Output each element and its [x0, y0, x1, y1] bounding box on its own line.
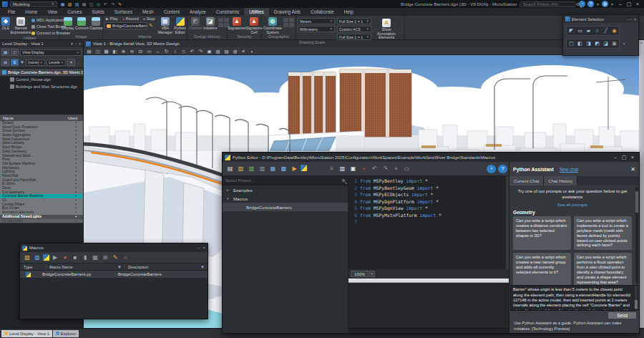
display-button[interactable]: Display [62, 16, 74, 31]
paste-icon[interactable]: ▥ [338, 165, 347, 173]
saved-views-icon[interactable]: ◍ [231, 48, 239, 54]
record-macro-button[interactable]: ●Record [121, 16, 140, 21]
workspace-icon[interactable]: ▦ [59, 1, 66, 7]
ribbon-tab[interactable]: Collaborate [306, 8, 339, 16]
ribbon-tab[interactable]: View [42, 8, 62, 16]
redo-icon[interactable]: ↷ [109, 1, 116, 7]
level-row[interactable]: 3d Geometry• [0, 219, 83, 223]
level-list-icon[interactable]: ≡ [11, 59, 19, 66]
view-properties-icon[interactable]: ◐ [248, 48, 256, 54]
undo-view-icon[interactable]: ↶ [188, 48, 196, 54]
assistant-tab[interactable]: Chat History [544, 176, 577, 185]
sync-status-icon[interactable]: ◍ [602, 1, 608, 7]
history-tool-icon[interactable] [218, 18, 223, 22]
subtract-selection-icon[interactable]: ◨ [585, 40, 592, 47]
rotate-view-icon[interactable]: ↻ [162, 48, 170, 54]
render-mode-icon[interactable]: ◧ [111, 48, 119, 54]
assistant-scrollbar[interactable] [635, 187, 638, 284]
capture-button[interactable]: Capture [89, 16, 102, 31]
tree-item[interactable]: Bridge Concrete Barriers.dgn, 3D Metric … [0, 69, 83, 76]
macro-select[interactable]: BridgeConcreteBarrie▼ [104, 22, 147, 29]
shape-select-icon[interactable]: ▰ [585, 27, 592, 34]
change-level-icon[interactable]: ▤ [1, 59, 9, 66]
units-select[interactable]: Meters▼ [298, 18, 335, 24]
view-scrollbar[interactable] [639, 40, 644, 331]
help-icon[interactable]: ? [587, 1, 594, 7]
tree-item[interactable]: Buildings and Misc Structures.dgn [0, 83, 83, 90]
zoom-in-icon[interactable]: ⊕ [119, 48, 127, 54]
workflow-select[interactable]: Modeling▼ [10, 1, 57, 7]
copy-icon[interactable]: ▣ [348, 165, 358, 173]
clip-volume-icon[interactable]: ▧ [214, 48, 222, 54]
layout-icon[interactable]: ◫ [88, 1, 94, 7]
level-columns-header[interactable]: Name Used [0, 115, 83, 121]
ribbon-tab[interactable]: Solids [87, 8, 109, 16]
help-icon[interactable]: ? [498, 165, 507, 173]
import-script-icon[interactable]: ▥ [247, 165, 256, 173]
close-button[interactable]: × [633, 1, 642, 8]
search-input[interactable] [523, 2, 575, 6]
ribbon-tab[interactable]: Constraints [211, 8, 244, 16]
indent-icon[interactable]: ≡ [327, 165, 336, 173]
acs-scale-select[interactable]: Full Size 1 = 1▼ [337, 34, 371, 40]
close-icon[interactable]: × [79, 42, 81, 46]
filter-icon[interactable]: ▼ [117, 265, 122, 269]
code-line[interactable]: 4from MSPyDgnPlatform import * [348, 198, 509, 206]
pointer-select-icon[interactable]: ◤ [567, 27, 575, 34]
close-button[interactable]: × [634, 17, 636, 21]
close-button[interactable]: × [628, 154, 637, 161]
code-line[interactable]: 3from MSPyECObjects import * [348, 191, 509, 198]
rect-select-icon[interactable]: ▭ [576, 27, 584, 34]
code-editor[interactable]: 1from MSPyBentley import *2from MSPyBent… [348, 176, 509, 269]
geo-tool-icon[interactable] [289, 18, 294, 22]
scale-select[interactable]: Full Size 1 = 1▼ [337, 18, 371, 24]
stop-macro-button[interactable]: ■Stop [142, 16, 157, 21]
close-button[interactable]: × [203, 246, 205, 250]
chevron-down-icon[interactable]: ▼ [623, 42, 625, 46]
signature-cell-button[interactable]: ▲Signature Cell [246, 16, 262, 34]
apply-to-view-icon[interactable]: ▦ [1, 49, 9, 56]
convert-button[interactable]: Convert [75, 16, 88, 31]
assistant-input[interactable]: Barrier" whose origin is less than 5 met… [511, 286, 638, 310]
add-selection-icon[interactable]: ◧ [576, 40, 584, 47]
save-file-icon[interactable]: ▥ [74, 1, 80, 7]
zoom-level[interactable]: 100% [351, 271, 369, 277]
open-macro-icon[interactable]: ▨ [23, 254, 31, 261]
maximize-button[interactable]: ▢ [620, 154, 628, 161]
compile-macro-icon[interactable]: ▦ [91, 254, 99, 261]
ribbon-tab[interactable]: Drawing Aids [269, 8, 306, 16]
ribbon-tab[interactable]: Analyze [185, 8, 211, 16]
fit-view-icon[interactable]: ⊡ [137, 48, 145, 54]
window-area-icon[interactable]: ▭ [145, 48, 153, 54]
play-macro-button[interactable]: ▶Play [104, 16, 119, 21]
ribbon-tab[interactable]: Mesh [137, 8, 159, 16]
see-all-prompts-link[interactable]: See all prompts [513, 202, 632, 207]
line-select-icon[interactable]: ╱ [602, 27, 610, 34]
filter-icon[interactable]: ▼ [200, 265, 205, 269]
ole-button[interactable]: ◆OLE [1, 16, 10, 31]
select-project-input[interactable] [225, 178, 342, 183]
geo-tool-icon[interactable] [289, 23, 294, 27]
prompt-card[interactable]: Can you write a script which performs a … [574, 253, 632, 285]
new-selection-icon[interactable]: ▢ [567, 40, 575, 47]
acs-select[interactable]: Custom ACS▼ [337, 26, 371, 32]
ribbon-search[interactable]: ▼ [519, 1, 577, 7]
find-icon[interactable]: ⌖ [391, 165, 401, 173]
zoom-dropdown[interactable]: ▼ [369, 271, 375, 277]
filter-select[interactable]: (none)▼ [26, 59, 45, 66]
macro-row[interactable]: BridgeConcreteBarriers.py BridgeConcrete… [20, 271, 208, 279]
play-macro-icon[interactable]: ▶ [51, 254, 59, 261]
python-editor-title-bar[interactable]: Python Editor - D:\ProgramData\Bentley\M… [223, 153, 639, 162]
run-script-icon[interactable]: ▶ [290, 165, 299, 173]
open-script-icon[interactable]: ▨ [236, 165, 245, 173]
minimize-button[interactable]: – [197, 246, 200, 250]
vba-manager-button[interactable]: ▦VBA Manager [157, 16, 172, 34]
tree-item[interactable]: Control_House.dgn [0, 76, 83, 83]
code-line[interactable]: 1from MSPyBentley import * [348, 178, 509, 185]
close-icon[interactable]: ✕ [630, 166, 635, 173]
named-expressions-button[interactable]: ▤Named Expressions [11, 16, 30, 34]
copy-view-icon[interactable]: ▣ [205, 48, 213, 54]
export-script-icon[interactable]: ▥ [258, 165, 267, 173]
edit-macro-icon[interactable]: ✎ [111, 254, 119, 261]
options-icon[interactable]: ▭ [402, 165, 411, 173]
